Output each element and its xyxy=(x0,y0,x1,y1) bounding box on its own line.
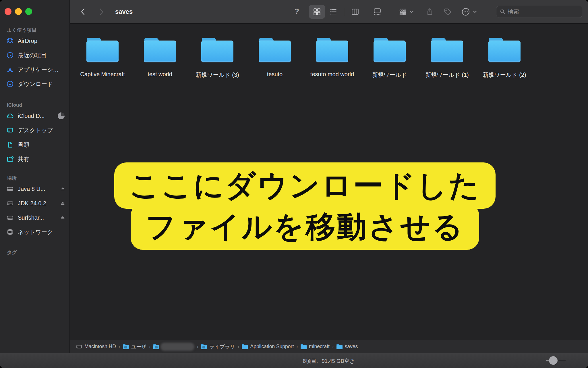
icon-size-slider[interactable] xyxy=(546,360,566,361)
gallery-view-button[interactable] xyxy=(369,5,385,19)
document-icon xyxy=(6,140,14,149)
folder-icon xyxy=(123,345,129,349)
disk-icon xyxy=(6,213,14,222)
path-bar: Macintosh HD › ユーザ › › ライブラリ › Applicati… xyxy=(70,340,588,353)
help-button[interactable]: ? xyxy=(295,7,299,16)
folder-icon xyxy=(431,38,463,62)
sidebar-item-network[interactable]: ネットワーク xyxy=(0,225,69,239)
annotation-line-2: ファイルを移動させる xyxy=(131,204,479,250)
sidebar-item-downloads[interactable]: ダウンロード xyxy=(0,77,69,91)
icon-view-button[interactable] xyxy=(309,5,325,19)
path-item-users[interactable]: ユーザ xyxy=(123,343,146,350)
globe-icon xyxy=(6,228,14,236)
sidebar-section-favorites: よく使う項目 xyxy=(7,27,69,34)
group-by-button[interactable] xyxy=(399,7,414,16)
slider-knob[interactable] xyxy=(549,356,558,365)
folder-item[interactable]: tesuto mod world xyxy=(303,38,361,79)
forward-button[interactable] xyxy=(96,7,107,16)
folder-icon xyxy=(201,38,233,62)
path-item-minecraft[interactable]: minecraft xyxy=(301,344,330,350)
sidebar-section-tags: タグ xyxy=(7,249,69,256)
folder-icon xyxy=(201,345,207,349)
path-item-macintosh-hd[interactable]: Macintosh HD xyxy=(76,344,116,350)
cloud-icon xyxy=(6,112,14,120)
disk-icon xyxy=(76,344,82,350)
folder-icon xyxy=(242,345,248,349)
folder-item[interactable]: 新規ワールド xyxy=(361,38,418,79)
eject-icon[interactable] xyxy=(60,201,65,206)
folder-item[interactable]: 新規ワールド (1) xyxy=(418,38,476,79)
sidebar-item-label: 共有 xyxy=(18,155,29,163)
sidebar-item-label: JDK 24.0.2 xyxy=(18,200,46,207)
back-button[interactable] xyxy=(78,7,88,16)
eject-icon[interactable] xyxy=(60,215,65,220)
redacted-username-blob xyxy=(160,343,194,351)
appstore-icon xyxy=(6,65,14,74)
folder-icon xyxy=(153,345,159,349)
search-icon xyxy=(500,9,505,15)
folder-icon xyxy=(259,38,291,62)
sidebar-item-label: ダウンロード xyxy=(18,80,53,88)
folder-label: 新規ワールド (1) xyxy=(425,71,469,79)
list-view-button[interactable] xyxy=(325,5,341,19)
path-separator: › xyxy=(119,344,120,350)
folder-item[interactable]: 新規ワールド (3) xyxy=(189,38,246,79)
annotation-line-1: ここにダウンロードした xyxy=(114,162,495,209)
path-item-home-redacted[interactable] xyxy=(153,343,194,351)
shared-folder-icon xyxy=(6,155,14,163)
folder-icon xyxy=(301,345,307,349)
eject-icon[interactable] xyxy=(60,187,65,191)
storage-pie-badge xyxy=(58,112,65,119)
download-icon xyxy=(6,80,14,88)
folder-label: tesuto mod world xyxy=(310,71,354,78)
desktop-icon xyxy=(6,126,14,135)
sidebar-item-label: iCloud D... xyxy=(18,113,45,119)
sidebar-item-desktop[interactable]: デスクトップ xyxy=(0,123,69,137)
folder-label: tesuto xyxy=(267,71,283,78)
path-item-library[interactable]: ライブラリ xyxy=(201,343,235,350)
share-button[interactable] xyxy=(425,7,434,16)
file-browser-content[interactable]: Captive Minecraft test world 新規ワールド (3) … xyxy=(70,24,588,325)
folder-item[interactable]: test world xyxy=(131,38,189,79)
folder-label: test world xyxy=(148,71,172,78)
path-separator: › xyxy=(332,344,334,350)
status-bar: 8項目、91.45 GB空き xyxy=(0,353,588,368)
path-separator: › xyxy=(296,344,298,350)
tag-button[interactable] xyxy=(443,7,452,16)
column-view-button[interactable] xyxy=(347,5,363,19)
path-separator: › xyxy=(238,344,239,350)
folder-label: Captive Minecraft xyxy=(80,71,125,78)
search-input[interactable] xyxy=(508,8,579,15)
folder-item[interactable]: Captive Minecraft xyxy=(74,38,131,79)
sidebar: よく使う項目 AirDrop 最 xyxy=(0,0,69,353)
path-item-application-support[interactable]: Application Support xyxy=(242,344,294,350)
sidebar-item-label: デスクトップ xyxy=(18,126,53,134)
sidebar-item-icloud-drive[interactable]: iCloud D... xyxy=(0,109,69,123)
sidebar-item-documents[interactable]: 書類 xyxy=(0,137,69,152)
disk-icon xyxy=(6,185,14,193)
folder-icon xyxy=(374,38,406,62)
sidebar-item-label: アプリケーシ… xyxy=(18,66,59,74)
folder-icon xyxy=(316,38,348,62)
search-field[interactable] xyxy=(496,6,582,18)
folder-grid: Captive Minecraft test world 新規ワールド (3) … xyxy=(70,24,588,79)
folder-label: 新規ワールド (3) xyxy=(196,71,239,79)
finder-window: よく使う項目 AirDrop 最 xyxy=(0,0,588,368)
sidebar-item-applications[interactable]: アプリケーシ… xyxy=(0,62,69,77)
sidebar-section-locations: 場所 xyxy=(7,175,69,182)
folder-item[interactable]: 新規ワールド (2) xyxy=(476,38,533,79)
path-item-saves[interactable]: saves xyxy=(336,344,358,350)
path-separator: › xyxy=(197,344,199,350)
sidebar-item-java8[interactable]: Java 8 U... xyxy=(0,182,69,196)
chevron-down-icon xyxy=(409,10,414,14)
sidebar-item-recents[interactable]: 最近の項目 xyxy=(0,48,69,62)
sidebar-item-jdk[interactable]: JDK 24.0.2 xyxy=(0,196,69,210)
disk-icon xyxy=(6,199,14,208)
folder-item[interactable]: tesuto xyxy=(246,38,303,79)
sidebar-item-label: ネットワーク xyxy=(18,228,53,236)
sidebar-item-airdrop[interactable]: AirDrop xyxy=(0,34,69,48)
sidebar-item-surfshark[interactable]: Surfshar... xyxy=(0,210,69,225)
sidebar-item-shared[interactable]: 共有 xyxy=(0,152,69,166)
toolbar: saves ? xyxy=(70,0,588,24)
more-options-button[interactable] xyxy=(461,7,477,16)
